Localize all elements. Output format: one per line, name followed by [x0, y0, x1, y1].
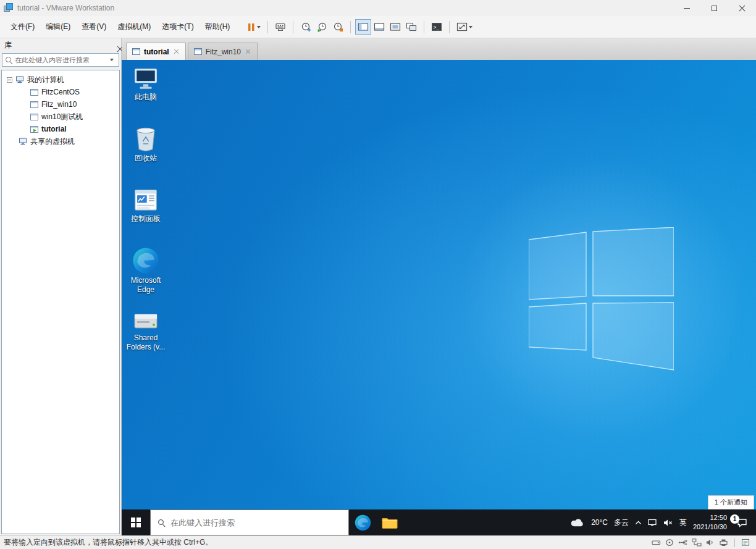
send-ctrl-alt-del-button[interactable] — [272, 19, 288, 35]
fullscreen-button[interactable] — [387, 19, 403, 35]
hdd-icon[interactable] — [652, 539, 661, 547]
search-icon — [158, 519, 165, 526]
clock-time: 12:50 — [693, 513, 727, 522]
status-message: 要将输入定向到该虚拟机，请将鼠标指针移入其中或按 Ctrl+G。 — [4, 537, 212, 548]
divider — [734, 539, 735, 547]
taskbar-clock[interactable]: 12:50 2021/10/30 — [693, 513, 727, 532]
desktop-icon-recycle-bin[interactable]: 回收站 — [123, 126, 169, 163]
volume-muted-icon[interactable] — [663, 519, 673, 527]
maximize-button[interactable] — [700, 0, 728, 16]
menu-edit[interactable]: 编辑(E) — [40, 19, 76, 35]
take-snapshot-button[interactable] — [298, 19, 314, 35]
thumbnail-bar-icon — [374, 22, 385, 31]
menu-tabs[interactable]: 选项卡(T) — [156, 19, 199, 35]
edge-icon — [355, 514, 371, 531]
tree-item-my-computer[interactable]: 我的计算机 — [2, 73, 119, 86]
notification-badge: 1 — [730, 514, 739, 524]
pause-icon — [246, 22, 256, 31]
network-icon[interactable] — [692, 539, 702, 547]
desktop-icon-edge[interactable]: Microsoft Edge — [123, 247, 169, 295]
toggle-library-button[interactable] — [355, 19, 371, 35]
chevron-down-icon — [110, 59, 114, 61]
tab-close-icon[interactable] — [174, 49, 178, 54]
search-dropdown-button[interactable] — [107, 59, 116, 61]
desktop-icon-control-panel[interactable]: 控制面板 — [123, 188, 169, 224]
file-explorer-icon — [382, 516, 398, 529]
revert-snapshot-button[interactable] — [314, 19, 330, 35]
snapshot-revert-icon — [317, 22, 327, 32]
manage-snapshots-button[interactable] — [330, 19, 346, 35]
taskbar-edge-button[interactable] — [349, 509, 376, 535]
tree-item-win10-test[interactable]: win10测试机 — [2, 111, 119, 123]
taskbar-search-input[interactable] — [170, 518, 342, 527]
desktop-icon-shared-folders[interactable]: Shared Folders (v... — [123, 311, 169, 352]
menu-vm[interactable]: 虚拟机(M) — [112, 19, 156, 35]
tree-item-fitz-win10[interactable]: Fitz_win10 — [2, 98, 119, 111]
tab-tutorial[interactable]: tutorial — [126, 43, 186, 60]
computer-icon — [15, 76, 24, 83]
start-button[interactable] — [122, 509, 150, 535]
sound-icon[interactable] — [706, 539, 715, 547]
collapse-icon[interactable] — [7, 77, 12, 83]
vmware-logo-icon — [4, 3, 14, 13]
library-search-area — [0, 52, 121, 70]
menu-file[interactable]: 文件(F) — [5, 19, 40, 35]
minimize-icon — [684, 8, 690, 9]
library-panel: 库 我的计算机 FitzCentOS Fitz_win10 — [0, 38, 122, 535]
desktop-icon-this-pc[interactable]: 此电脑 — [123, 67, 169, 102]
weather-condition[interactable]: 多云 — [614, 518, 629, 528]
language-indicator[interactable]: 英 — [679, 518, 687, 528]
shared-folders-icon — [133, 311, 159, 332]
vm-desktop[interactable]: 此电脑 回收站 控制面板 Microsoft Edge Shared Folde… — [122, 60, 756, 535]
sidebar-panel-icon — [358, 22, 369, 31]
shared-vms-icon — [19, 138, 27, 145]
close-icon — [739, 5, 746, 12]
recycle-bin-icon — [134, 126, 158, 152]
stretch-icon — [456, 22, 468, 31]
tree-item-shared-vms[interactable]: 共享的虚拟机 — [2, 135, 119, 148]
vm-icon — [30, 89, 38, 96]
library-header: 库 — [0, 38, 121, 52]
menubar: 文件(F) 编辑(E) 查看(V) 虚拟机(M) 选项卡(T) 帮助(H) — [0, 16, 756, 38]
console-view-button[interactable]: >_ — [429, 19, 445, 35]
chevron-up-icon[interactable] — [635, 521, 642, 525]
notification-toast[interactable]: 1 个新通知 — [708, 495, 754, 509]
fullscreen-icon — [390, 22, 401, 31]
stretch-guest-button[interactable] — [454, 19, 475, 35]
vm-icon — [30, 114, 38, 120]
library-search-input[interactable] — [15, 56, 105, 64]
tree-item-tutorial[interactable]: tutorial — [2, 123, 119, 135]
vm-tree: 我的计算机 FitzCentOS Fitz_win10 win10测试机 tut… — [1, 70, 120, 534]
window-title: tutorial - VMware Workstation — [17, 4, 114, 12]
tab-fitz-win10[interactable]: Fitz_win10 — [188, 43, 258, 60]
taskbar-explorer-button[interactable] — [376, 509, 403, 535]
menu-view[interactable]: 查看(V) — [76, 19, 112, 35]
chevron-down-icon — [257, 26, 261, 28]
minimize-button[interactable] — [673, 0, 700, 16]
chevron-down-icon — [469, 26, 472, 28]
status-bar: 要将输入定向到该虚拟机，请将鼠标指针移入其中或按 Ctrl+G。 — [0, 535, 756, 549]
tab-close-icon[interactable] — [246, 49, 251, 54]
taskbar-search[interactable] — [150, 509, 349, 535]
toggle-thumbnail-bar-button[interactable] — [371, 19, 387, 35]
close-button[interactable] — [728, 0, 756, 16]
vm-running-icon — [30, 126, 38, 133]
maximize-icon — [712, 6, 717, 11]
start-icon — [131, 518, 141, 528]
vm-tab-icon — [194, 48, 202, 55]
weather-temp[interactable]: 20°C — [591, 518, 608, 527]
usb-icon[interactable] — [678, 539, 687, 547]
snapshot-clock-icon — [301, 22, 311, 32]
message-icon[interactable] — [741, 539, 750, 547]
cd-icon[interactable] — [665, 539, 674, 547]
action-center-button[interactable]: 1 — [733, 514, 750, 531]
system-tray: 20°C 多云 英 12:50 2021/10/30 1 — [570, 509, 756, 535]
vmware-workstation-window: tutorial - VMware Workstation 文件(F) 编辑(E… — [0, 0, 756, 549]
unity-button[interactable] — [403, 19, 419, 35]
printer-icon[interactable] — [719, 539, 728, 547]
toolbar: >_ — [244, 19, 475, 35]
tree-item-fitzcentos[interactable]: FitzCentOS — [2, 86, 119, 98]
pause-button[interactable] — [244, 19, 263, 35]
display-tray-icon[interactable] — [648, 519, 657, 527]
menu-help[interactable]: 帮助(H) — [200, 19, 236, 35]
